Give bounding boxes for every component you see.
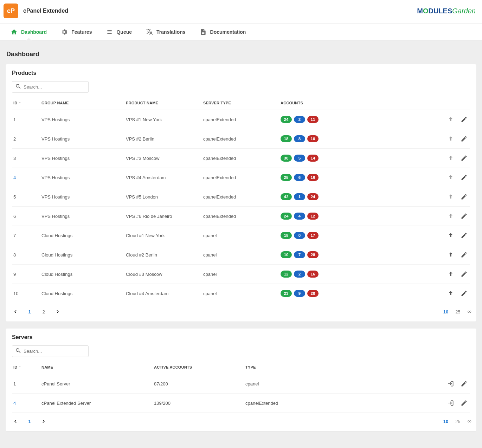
edit-button[interactable] [459,289,469,298]
edit-button[interactable] [459,398,469,408]
move-up-button[interactable] [446,289,455,298]
cell-id: 7 [12,226,40,245]
cell-accounts: 12216 [279,265,428,284]
move-up-button[interactable] [446,173,455,182]
cell-group: VPS Hostings [40,168,124,187]
cell-id: 1 [12,110,40,129]
table-row: 9Cloud HostingsCloud #3 Moscowcpanel1221… [12,265,470,284]
move-up-button[interactable] [446,250,455,259]
cell-server: cpanel [202,245,279,265]
nav-label: Queue [116,29,132,35]
edit-button[interactable] [459,250,469,259]
pager-prev[interactable] [11,307,20,317]
nav-translations[interactable]: Translations [139,24,192,40]
move-up-button[interactable] [446,154,455,163]
col-group[interactable]: GROUP NAME [40,96,124,110]
cell-type: cpanelExtended [244,394,428,413]
nav-label: Dashboard [21,29,47,35]
cell-product: VPS #5 London [124,187,202,207]
nav-documentation[interactable]: Documentation [193,24,253,40]
move-up-button[interactable] [446,270,455,279]
card-title: Servers [6,329,476,344]
nav-features[interactable]: Features [54,24,99,40]
accounts-green-badge: 24 [281,116,292,123]
edit-button[interactable] [459,173,469,182]
accounts-green-badge: 42 [281,193,292,200]
cell-actions [428,265,470,284]
login-button[interactable] [446,379,455,388]
products-search[interactable] [12,81,89,93]
col-id[interactable]: ID↑ [12,96,40,110]
pager-prev[interactable] [11,416,20,426]
cell-actions [428,394,470,413]
cell-actions [428,374,470,394]
navbar: Dashboard Features Queue Translations Do… [0,24,482,41]
move-up-button[interactable] [446,212,455,221]
accounts-red-badge: 14 [307,155,319,162]
col-server[interactable]: SERVER TYPE [202,96,279,110]
accounts-blue-badge: 6 [294,174,305,181]
move-up-button[interactable] [446,231,455,240]
search-input[interactable] [21,83,85,91]
accounts-blue-badge: 4 [294,213,305,220]
page-size-option[interactable]: 10 [443,309,448,314]
pager-page[interactable]: 1 [25,416,34,426]
translate-icon [146,28,153,35]
edit-button[interactable] [459,115,469,124]
move-up-button[interactable] [446,115,455,124]
col-product[interactable]: PRODUCT NAME [124,96,202,110]
gear-icon [61,28,68,35]
accounts-red-badge: 10 [307,135,319,142]
pager-next[interactable] [39,416,49,426]
col-accounts[interactable]: ACCOUNTS [279,96,428,110]
edit-button[interactable] [459,231,469,240]
login-button[interactable] [446,398,455,408]
accounts-blue-badge: 2 [294,271,305,278]
edit-button[interactable] [459,212,469,221]
edit-button[interactable] [459,379,469,388]
cell-actions [428,187,470,207]
nav-label: Documentation [210,29,246,35]
cell-accounts: 18810 [279,129,428,149]
nav-dashboard[interactable]: Dashboard [4,24,54,40]
cell-id: 1 [12,374,40,394]
table-row: 10Cloud HostingsCloud #4 Amsterdamcpanel… [12,284,470,303]
cell-server: cpanelExtended [202,110,279,129]
col-type[interactable]: TYPE [244,361,428,374]
move-up-button[interactable] [446,134,455,143]
col-name[interactable]: NAME [40,361,153,374]
pager-page[interactable]: 1 [25,307,34,317]
col-id[interactable]: ID↑ [12,361,40,374]
table-row: 4cPanel Extended Server139/200cpanelExte… [12,394,470,413]
page-size-option[interactable]: 25 [455,309,460,314]
page-size-option[interactable]: 10 [443,419,448,424]
accounts-blue-badge: 0 [294,232,305,239]
move-up-button[interactable] [446,192,455,201]
accounts-blue-badge: 8 [294,135,305,142]
edit-button[interactable] [459,192,469,201]
edit-button[interactable] [459,134,469,143]
page-size-option[interactable]: ∞ [468,418,471,424]
servers-search[interactable] [12,345,89,357]
header: cP cPanel Extended MODULESGarden [0,0,482,24]
col-active[interactable]: ACTIVE ACCOUNTS [153,361,244,374]
sort-asc-icon: ↑ [19,365,21,370]
nav-queue[interactable]: Queue [99,24,139,40]
edit-button[interactable] [459,270,469,279]
cell-server: cpanel [202,284,279,303]
nav-label: Features [71,29,92,35]
pager-next[interactable] [53,307,63,317]
accounts-red-badge: 12 [307,213,319,220]
cell-actions [428,226,470,245]
page-size-option[interactable]: ∞ [468,309,471,315]
search-icon [15,83,21,91]
search-input[interactable] [21,347,85,355]
accounts-red-badge: 16 [307,174,319,181]
accounts-green-badge: 23 [281,290,292,297]
table-row: 3VPS HostingsVPS #3 MoscowcpanelExtended… [12,149,470,168]
pager-page[interactable]: 2 [39,307,49,317]
page-size-option[interactable]: 25 [455,419,460,424]
cell-id: 6 [12,207,40,226]
edit-button[interactable] [459,154,469,163]
cell-group: Cloud Hostings [40,265,124,284]
